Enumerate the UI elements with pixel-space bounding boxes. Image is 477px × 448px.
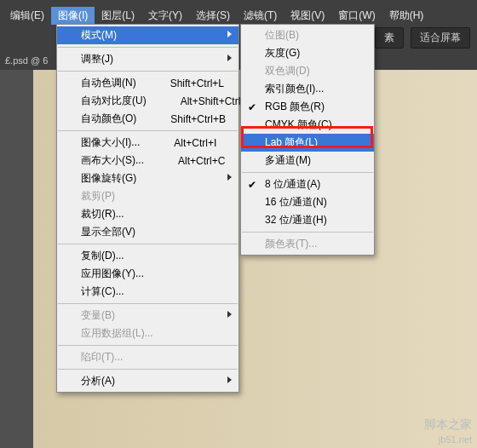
menu-image-size[interactable]: 图像大小(I)...Alt+Ctrl+I (57, 134, 238, 152)
mode-32bit[interactable]: 32 位/通道(H) (241, 211, 374, 229)
menu-view[interactable]: 视图(V) (284, 7, 331, 25)
menu-apply-image[interactable]: 应用图像(Y)... (57, 265, 238, 283)
menu-adjustments[interactable]: 调整(J) (57, 50, 238, 68)
mode-lab[interactable]: Lab 颜色(L) (241, 134, 374, 152)
mode-8bit[interactable]: ✔8 位/通道(A) (241, 175, 374, 193)
menu-type[interactable]: 文字(Y) (141, 7, 189, 25)
watermark-url: jb51.net (439, 434, 472, 445)
menu-auto-contrast[interactable]: 自动对比度(U)Alt+Shift+Ctrl+L (57, 92, 238, 110)
chevron-right-icon (227, 174, 232, 181)
image-menu-dropdown: 模式(M) 调整(J) 自动色调(N)Shift+Ctrl+L 自动对比度(U)… (56, 24, 239, 393)
menu-edit[interactable]: 编辑(E) (3, 7, 51, 25)
watermark-cn: 脚本之家 (424, 417, 472, 433)
chevron-right-icon (227, 311, 232, 318)
menu-apply-datasets: 应用数据组(L)... (57, 325, 238, 342)
check-icon: ✔ (248, 179, 256, 191)
menu-help[interactable]: 帮助(H) (382, 7, 431, 25)
mode-cmyk[interactable]: CMYK 颜色(C) (241, 116, 374, 134)
toolbar-btn-fit[interactable]: 适合屏幕 (411, 27, 470, 49)
menu-crop: 裁剪(P) (57, 187, 238, 205)
menu-variables: 变量(B) (57, 307, 238, 325)
mode-indexed[interactable]: 索引颜色(I)... (241, 80, 374, 98)
mode-grayscale[interactable]: 灰度(G) (241, 44, 374, 62)
menu-image-rotation[interactable]: 图像旋转(G) (57, 169, 238, 187)
mode-submenu: 位图(B) 灰度(G) 双色调(D) 索引颜色(I)... ✔RGB 颜色(R)… (240, 24, 375, 256)
menu-auto-color[interactable]: 自动颜色(O)Shift+Ctrl+B (57, 110, 238, 128)
menu-select[interactable]: 选择(S) (189, 7, 237, 25)
mode-bitmap: 位图(B) (241, 26, 374, 44)
mode-color-table: 颜色表(T)... (241, 235, 374, 253)
mode-rgb[interactable]: ✔RGB 颜色(R) (241, 98, 374, 116)
menu-trim[interactable]: 裁切(R)... (57, 205, 238, 223)
mode-duotone: 双色调(D) (241, 62, 374, 80)
menu-reveal-all[interactable]: 显示全部(V) (57, 223, 238, 241)
menu-mode[interactable]: 模式(M) (57, 26, 238, 44)
menu-analysis[interactable]: 分析(A) (57, 372, 238, 390)
menu-auto-tone[interactable]: 自动色调(N)Shift+Ctrl+L (57, 74, 238, 92)
menu-canvas-size[interactable]: 画布大小(S)...Alt+Ctrl+C (57, 152, 238, 169)
menubar: 编辑(E) 图像(I) 图层(L) 文字(Y) 选择(S) 滤镜(T) 视图(V… (0, 7, 477, 24)
chevron-right-icon (227, 31, 232, 37)
menu-window[interactable]: 窗口(W) (331, 7, 382, 25)
menu-filter[interactable]: 滤镜(T) (237, 7, 284, 25)
mode-16bit[interactable]: 16 位/通道(N) (241, 193, 374, 211)
menu-duplicate[interactable]: 复制(D)... (57, 247, 238, 265)
check-icon: ✔ (248, 101, 256, 113)
menu-calculations[interactable]: 计算(C)... (57, 283, 238, 301)
chevron-right-icon (227, 55, 232, 61)
mode-multichannel[interactable]: 多通道(M) (241, 152, 374, 169)
menu-image[interactable]: 图像(I) (51, 7, 95, 25)
menu-layer[interactable]: 图层(L) (95, 7, 141, 25)
menu-trap: 陷印(T)... (57, 348, 238, 366)
toolbar-btn-pixels[interactable]: 素 (375, 27, 404, 49)
chevron-right-icon (227, 376, 232, 383)
